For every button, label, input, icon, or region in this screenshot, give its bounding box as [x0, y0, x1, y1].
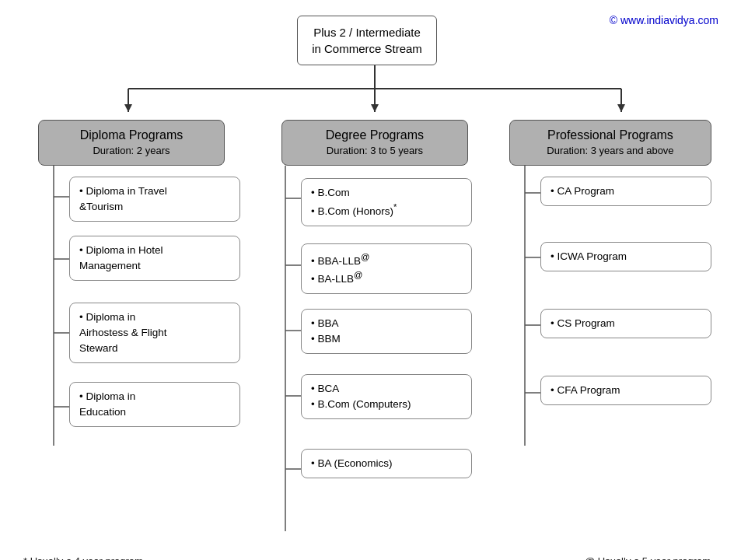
note-4year: * Usually a 4 year program	[23, 555, 143, 560]
category-box-professional: Professional Programs Duration: 3 years …	[509, 120, 711, 166]
professional-category-title: Professional Programs	[521, 127, 700, 144]
column-degree: Degree Programs Duration: 3 to 5 years •…	[255, 120, 495, 541]
bottom-notes: * Usually a 4 year program @ Usually a 5…	[8, 548, 726, 560]
list-item: • ICWA Program	[540, 242, 711, 271]
list-item: • B.Com• B.Com (Honors)*	[301, 178, 472, 226]
svg-marker-5	[124, 104, 132, 112]
diploma-duration: Duration: 2 years	[50, 144, 213, 158]
note-5year: @ Usually a 5 year program	[585, 555, 711, 560]
category-box-degree: Degree Programs Duration: 3 to 5 years	[281, 120, 468, 166]
degree-item-2: • BBA-LLB@• BA-LLB@	[301, 243, 472, 295]
column-diploma: Diploma Programs Duration: 2 years • Dip…	[16, 120, 247, 456]
root-box: Plus 2 / Intermediatein Commerce Stream	[297, 16, 437, 65]
page-wrapper: © www.indiavidya.com Plus 2 / Intermedia…	[0, 0, 734, 560]
list-item: • BBA• BBM	[301, 309, 472, 355]
degree-item-4: • BCA• B.Com (Computers)	[301, 374, 472, 420]
degree-item-5: • BA (Economics)	[301, 449, 472, 478]
degree-item-1: • B.Com• B.Com (Honors)*	[301, 178, 472, 226]
root-title: Plus 2 / Intermediatein Commerce Stream	[312, 26, 422, 55]
list-item: • BA (Economics)	[301, 449, 472, 478]
list-item: • CFA Program	[540, 376, 711, 405]
list-item: • CA Program	[540, 177, 711, 206]
professional-item-2: • ICWA Program	[540, 242, 711, 271]
degree-item-3: • BBA• BBM	[301, 309, 472, 355]
diploma-item-2: • Diploma in HotelManagement	[69, 236, 240, 282]
category-box-diploma: Diploma Programs Duration: 2 years	[38, 120, 225, 166]
top-connectors-svg	[8, 65, 734, 120]
list-item: • BCA• B.Com (Computers)	[301, 374, 472, 420]
column-professional: Professional Programs Duration: 3 years …	[502, 120, 718, 456]
top-watermark: © www.indiavidya.com	[610, 14, 718, 26]
list-item: • CS Program	[540, 309, 711, 338]
list-item: • Diploma inAirhostess & FlightSteward	[69, 303, 240, 364]
list-item: • Diploma in HotelManagement	[69, 236, 240, 282]
list-item: • Diploma in Travel&Tourism	[69, 177, 240, 222]
columns-wrapper: Diploma Programs Duration: 2 years • Dip…	[8, 120, 726, 541]
professional-item-4: • CFA Program	[540, 376, 711, 405]
degree-duration: Duration: 3 to 5 years	[293, 144, 456, 158]
diploma-item-3: • Diploma inAirhostess & FlightSteward	[69, 303, 240, 364]
diploma-item-4: • Diploma inEducation	[69, 382, 240, 428]
professional-duration: Duration: 3 years and above	[521, 144, 700, 158]
professional-item-1: • CA Program	[540, 177, 711, 206]
professional-item-3: • CS Program	[540, 309, 711, 338]
degree-category-title: Degree Programs	[293, 127, 456, 144]
diploma-category-title: Diploma Programs	[50, 127, 213, 144]
diploma-item-1: • Diploma in Travel&Tourism	[69, 177, 240, 222]
svg-marker-7	[617, 104, 625, 112]
list-item: • BBA-LLB@• BA-LLB@	[301, 243, 472, 295]
list-item: • Diploma inEducation	[69, 382, 240, 428]
svg-marker-6	[371, 104, 379, 112]
